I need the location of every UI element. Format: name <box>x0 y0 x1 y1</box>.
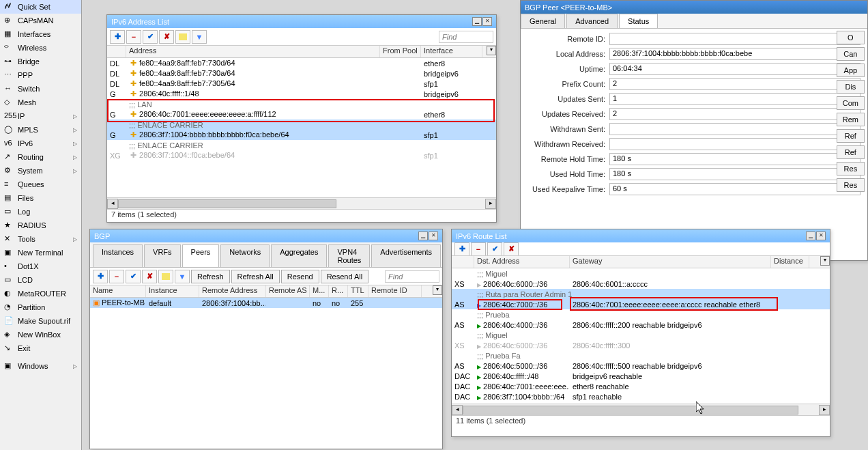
tab[interactable]: VRFs <box>144 244 181 267</box>
table-row[interactable]: ;;; LAN <box>107 99 496 109</box>
tab[interactable]: Instances <box>93 244 143 267</box>
table-row[interactable]: ;;; Miguel <box>452 268 830 279</box>
add-button[interactable]: ✚ <box>454 242 469 256</box>
table-row[interactable]: ▣ PEER-to-MB default 2806:3f7:1004:bb...… <box>90 298 442 308</box>
add-button[interactable]: ✚ <box>110 30 125 44</box>
sidebar-item[interactable]: •Dot1X <box>0 259 81 273</box>
col-frompool[interactable]: From Pool <box>380 46 421 57</box>
col-m[interactable]: M... <box>310 285 329 297</box>
table-row[interactable]: AS▶ 2806:40c:5000::/362806:40c:ffff::500… <box>452 361 830 371</box>
table-row[interactable]: ;;; Prueba Fa <box>452 350 830 361</box>
sidebar-item[interactable]: ⊕CAPsMAN <box>0 14 81 27</box>
comment-button[interactable] <box>158 270 173 283</box>
minimize-button[interactable]: ▁ <box>806 231 815 240</box>
close-button[interactable]: ✕ <box>482 17 492 26</box>
col-gateway[interactable]: Gateway <box>570 256 771 268</box>
table-row[interactable]: ;;; Ruta para Router Admin 1 <box>452 289 830 299</box>
col-distance[interactable]: Distance <box>771 256 809 268</box>
sidebar-item-windows[interactable]: ▣ Windows ▷ <box>0 359 81 373</box>
sidebar-item[interactable]: ◯MPLS▷ <box>0 123 81 137</box>
table-row[interactable]: DAC▶ 2806:40c:7001:eeee:eee...ether8 rea… <box>452 381 830 391</box>
peer-side-button[interactable]: Ref <box>837 129 865 143</box>
table-row[interactable]: DL✚ fe80::4aa9:8aff:feb7:7305/64sfp1 <box>107 79 496 89</box>
sidebar-item[interactable]: ◐MetaROUTER <box>0 287 81 300</box>
col-r[interactable]: R... <box>329 285 348 297</box>
sidebar-item[interactable]: ◈New WinBox <box>0 328 81 341</box>
sidebar-item[interactable]: ↔Switch <box>0 82 81 96</box>
col-remote-as[interactable]: Remote AS <box>266 285 310 297</box>
sidebar-item[interactable]: v6IPv6▷ <box>0 137 81 150</box>
minimize-button[interactable]: ▁ <box>472 17 482 26</box>
refresh-all-button[interactable]: Refresh All <box>231 270 280 283</box>
disable-button[interactable]: ✘ <box>504 242 519 256</box>
filter-button[interactable]: ▼ <box>175 270 190 283</box>
peer-side-button[interactable]: Can <box>837 47 865 61</box>
columns-dropdown[interactable]: ▾ <box>820 256 830 266</box>
tab-advanced[interactable]: Advanced <box>566 14 618 28</box>
sidebar-item[interactable]: ✕Tools▷ <box>0 232 81 246</box>
sidebar-item[interactable]: ⊶Bridge <box>0 55 81 68</box>
sidebar-item[interactable]: ▭LCD <box>0 273 81 287</box>
sidebar-item[interactable]: ▦Interfaces <box>0 27 81 41</box>
columns-dropdown[interactable]: ▾ <box>487 46 496 55</box>
sidebar-item[interactable]: ↗Routing▷ <box>0 150 81 164</box>
table-row[interactable]: G✚ 2806:40c:7001:eeee:eeee:eeee:a:ffff/1… <box>107 109 496 119</box>
table-row[interactable]: ;;; Prueba <box>452 309 830 320</box>
sidebar-item[interactable]: ⋯PPP <box>0 68 81 82</box>
col-interface[interactable]: Interface <box>421 46 482 57</box>
enable-button[interactable]: ✔ <box>487 242 502 256</box>
refresh-button[interactable]: Refresh <box>191 270 230 283</box>
tab[interactable]: Aggregates <box>271 244 327 267</box>
col-ttl[interactable]: TTL <box>348 285 368 297</box>
minimize-button[interactable]: ▁ <box>418 231 428 240</box>
table-row[interactable]: ;;; ENLACE CARRIER <box>107 119 496 130</box>
col-address[interactable]: Address <box>126 46 380 57</box>
tab-status[interactable]: Status <box>619 14 658 28</box>
add-button[interactable]: ✚ <box>93 270 108 283</box>
table-row[interactable]: ;;; ENLACE CARRIER <box>107 140 496 150</box>
close-button[interactable]: ✕ <box>429 231 438 240</box>
scroll-right-button[interactable]: ▸ <box>485 199 496 209</box>
scroll-left-button[interactable]: ◂ <box>107 199 118 209</box>
peer-side-button[interactable]: Ref <box>837 145 865 159</box>
sidebar-item[interactable]: ⚙System▷ <box>0 164 81 178</box>
remove-button[interactable]: − <box>109 270 124 283</box>
resend-button[interactable]: Resend <box>281 270 319 283</box>
h-scrollbar[interactable]: ◂ ▸ <box>107 197 496 209</box>
sidebar-item[interactable]: 📄Make Supout.rif <box>0 314 81 328</box>
scroll-right-button[interactable]: ▸ <box>819 405 830 415</box>
sidebar-item[interactable]: ⌔Wireless <box>0 41 81 55</box>
sidebar-item[interactable]: 🗲Quick Set <box>0 0 81 14</box>
window-titlebar[interactable]: IPv6 Route List ▁ ✕ <box>452 229 830 242</box>
col-name[interactable]: Name <box>90 285 146 297</box>
window-titlebar[interactable]: BGP ▁ ✕ <box>90 229 442 242</box>
col-remote-id[interactable]: Remote ID <box>368 285 422 297</box>
tab[interactable]: Advertisements <box>371 244 441 267</box>
peer-side-button[interactable]: O <box>837 31 865 44</box>
scroll-left-button[interactable]: ◂ <box>452 405 463 415</box>
h-scrollbar[interactable]: ◂ ▸ <box>452 404 830 415</box>
resend-all-button[interactable]: Resend All <box>321 270 369 283</box>
sidebar-item[interactable]: ◔Partition <box>0 300 81 314</box>
find-input[interactable] <box>385 270 439 283</box>
col-instance[interactable]: Instance <box>146 285 199 297</box>
table-row[interactable]: ;;; Miguel <box>452 330 830 340</box>
tab[interactable]: VPN4 Routes <box>328 244 370 267</box>
sidebar-item[interactable]: ▤Files <box>0 191 81 205</box>
enable-button[interactable]: ✔ <box>143 30 158 44</box>
table-row[interactable]: G✚ 2806:3f7:1004:bbbb:bbbb:bbbb:f0ca:beb… <box>107 130 496 140</box>
peer-side-button[interactable]: Res <box>837 162 865 175</box>
col-remote-address[interactable]: Remote Address <box>199 285 266 297</box>
table-row[interactable]: AS▶ 2806:40c:7000::/362806:40c:7001:eeee… <box>452 299 830 309</box>
columns-dropdown[interactable]: ▾ <box>433 285 442 295</box>
table-row[interactable]: XS▶ 2806:40c:6000::/362806:40c:6001::a:c… <box>452 279 830 289</box>
table-row[interactable]: DAC▶ 2806:40c:ffff::/48bridgeipv6 reacha… <box>452 371 830 381</box>
tab[interactable]: Peers <box>182 244 220 267</box>
window-titlebar[interactable]: IPv6 Address List ▁ ✕ <box>107 15 496 28</box>
peer-side-button[interactable]: Res <box>837 178 865 192</box>
table-row[interactable]: XG✚ 2806:3f7:1004::f0ca:bebe/64sfp1 <box>107 150 496 160</box>
tab-general[interactable]: General <box>521 14 565 28</box>
table-row[interactable]: DAC▶ 2806:3f7:1004:bbbb::/64sfp1 reachab… <box>452 391 830 402</box>
sidebar-item[interactable]: ≡Queues <box>0 178 81 191</box>
find-input[interactable] <box>439 31 493 43</box>
